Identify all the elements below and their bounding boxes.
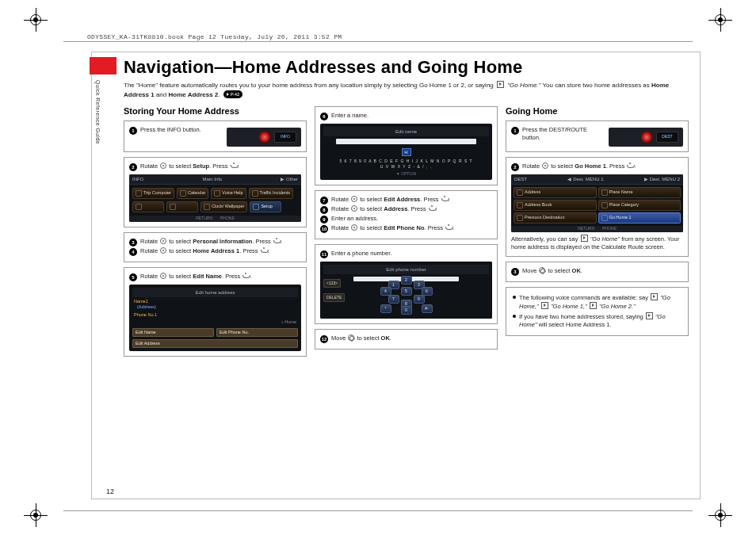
step-num-6: 6 [320,113,328,120]
gh-step-num-1: 1 [511,127,519,135]
voice-bullet-1: The following voice commands are availab… [511,293,683,311]
step-num-5: 5 [129,273,137,281]
press-icon [231,162,237,169]
highlight-icon [640,131,653,143]
side-label: Quick Reference Guide [90,80,101,144]
step-num-2: 2 [129,163,137,171]
dest-hw-button: DEST [656,132,678,143]
step3-4-box: 3 Rotate to select Personal Information.… [124,232,307,262]
page-title: Navigation—Home Addresses and Going Home [124,57,689,78]
gh-step2-box: 2 Rotate to select Go Home 1. Press . DE… [506,157,689,257]
header-rule [63,41,693,42]
keyboard-screenshot: Edit name H 5 6 7 8 9 0 A B C D E F G H … [320,124,492,180]
page-number: 12 [106,487,114,495]
page-ref-badge: P.42 [223,90,243,98]
step2-box: 2 Rotate to select Setup. Press . INFOMa… [124,157,307,227]
column-middle: 6 Enter a name. Edit name H 5 6 7 8 9 0 … [315,106,498,489]
step-num-1: 1 [129,127,137,135]
col3-title: Going Home [506,106,689,116]
crop-mark-tl [20,4,52,36]
voice-bullet-2: If you have two home addresses stored, s… [511,312,683,329]
gh-step-num-3: 3 [511,268,519,276]
crop-mark-bl [20,499,52,531]
step1-box: 1 Press the INFO button. INFO [124,120,307,152]
step-num-9: 9 [320,216,328,224]
page-frame: Quick Reference Guide 12 Navigation—Home… [91,52,701,499]
highlight-icon [258,131,271,143]
section-tab [90,57,116,75]
crop-mark-tr [704,4,736,36]
step7-10-box: 7 Rotate to select Edit Address. Press .… [315,190,498,239]
step-num-7: 7 [320,197,328,204]
dial-icon [160,162,166,169]
step-num-11: 11 [320,250,328,258]
dest-menu-screenshot: DEST◀ Dest. MENU 1▶ Dest. MENU 2 Address… [511,174,683,232]
header-metadata: ODYSSEY_KA-31TK8810.book Page 12 Tuesday… [87,33,342,40]
dialer-screenshot: Edit phone number <123> DELETE 2 1 3 4 6… [320,262,492,319]
step-num-10: 10 [320,225,328,233]
voice-icon [497,81,504,88]
info-button-panel: INFO [227,128,301,147]
info-hw-button: INFO [274,132,296,143]
voice-icon [581,235,588,242]
gh-step1-box: 1 Press the DEST/ROUTE button. DEST [506,120,689,152]
alt-voice-note: Alternatively, you can say "Go Home" fro… [511,235,683,251]
crop-mark-br [704,499,736,531]
step12-box: 12 Move to select OK. [315,329,498,350]
footer-rule [63,510,693,511]
step-num-12: 12 [320,335,328,343]
step6-box: 6 Enter a name. Edit name H 5 6 7 8 9 0 … [315,106,498,185]
dest-button-panel: DEST [609,128,683,147]
step-num-3: 3 [129,239,137,246]
edit-home-screenshot: Edit home address Name1 (Address) Phone … [129,285,301,352]
intro-paragraph: The "Home" feature automatically routes … [124,81,689,100]
step-num-8: 8 [320,206,328,214]
column-going-home: Going Home 1 Press the DEST/ROUTE button… [506,106,689,489]
step5-box: 5 Rotate to select Edit Name. Press . Ed… [124,267,307,357]
info-menu-screenshot: INFOMain Info▶ Other Trip Computer Calen… [129,174,301,222]
voice-commands-box: The following voice commands are availab… [506,287,689,337]
column-storing: Storing Your Home Address 1 Press the IN… [124,106,307,489]
move-icon [348,334,354,341]
step11-box: 11 Enter a phone number. Edit phone numb… [315,244,498,324]
col1-title: Storing Your Home Address [124,106,307,116]
content-area: Navigation—Home Addresses and Going Home… [124,57,689,489]
gh-step3-box: 3 Move to select OK. [506,262,689,282]
step-num-4: 4 [129,248,137,256]
gh-step-num-2: 2 [511,163,519,171]
